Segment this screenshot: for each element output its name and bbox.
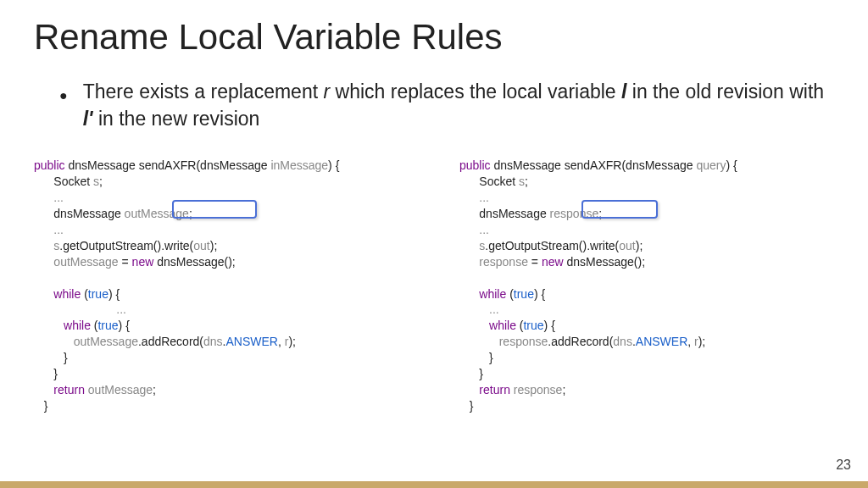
page-number: 23	[836, 458, 851, 473]
code-right: public dnsMessage sendAXFR(dnsMessage qu…	[459, 158, 834, 446]
highlight-box-right	[581, 200, 658, 219]
slide-title: Rename Local Variable Rules	[34, 17, 834, 58]
code-columns: public dnsMessage sendAXFR(dnsMessage in…	[34, 158, 834, 446]
bullet-dot-icon: ●	[59, 86, 68, 105]
bullet-item: ● There exists a replacement r which rep…	[34, 78, 834, 132]
slide: Rename Local Variable Rules ● There exis…	[0, 0, 868, 488]
highlight-box-left	[172, 200, 257, 219]
bottom-accent-bar	[0, 481, 868, 488]
code-left: public dnsMessage sendAXFR(dnsMessage in…	[34, 158, 409, 446]
bullet-text: There exists a replacement r which repla…	[83, 78, 834, 132]
